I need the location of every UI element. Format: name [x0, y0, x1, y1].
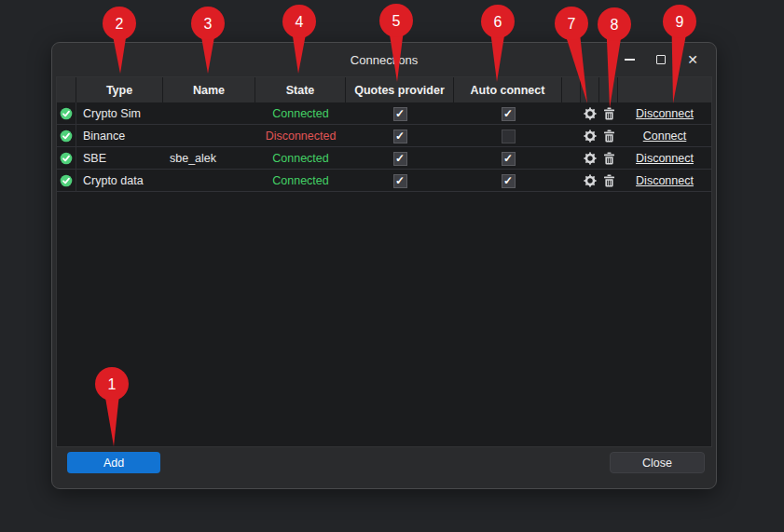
connection-name [163, 102, 255, 125]
connection-type: SBE [76, 147, 163, 170]
table-row: SBE sbe_alek Connected Disconnect [57, 147, 711, 170]
action-column-header [618, 77, 711, 102]
window-controls: ✕ [613, 43, 708, 76]
connection-name [163, 170, 255, 192]
svg-text:6: 6 [494, 14, 502, 30]
svg-text:5: 5 [392, 13, 401, 29]
connection-type: Crypto Sim [76, 102, 163, 125]
connections-table: Type Name State Quotes provider Auto con… [56, 76, 712, 447]
svg-text:4: 4 [296, 14, 304, 30]
close-dialog-button[interactable]: Close [610, 452, 705, 473]
title-bar[interactable]: Connections ✕ [52, 43, 716, 76]
add-button[interactable]: Add [67, 452, 160, 473]
svg-text:7: 7 [568, 16, 576, 32]
auto-connect-checkbox[interactable] [502, 130, 516, 143]
auto-connect-column-header: Auto connect [454, 77, 562, 102]
spacer-column-header [562, 77, 581, 102]
table-header-row: Type Name State Quotes provider Auto con… [57, 77, 711, 102]
delete-trash-icon[interactable] [599, 125, 618, 147]
svg-text:2: 2 [116, 16, 124, 32]
delete-column-header [599, 77, 618, 102]
connection-action-link[interactable]: Disconnect [636, 174, 694, 187]
connection-action-link[interactable]: Disconnect [636, 107, 694, 120]
settings-gear-icon[interactable] [581, 125, 599, 147]
connection-state: Connected [255, 147, 346, 170]
status-ok-icon [60, 130, 73, 143]
delete-trash-icon[interactable] [599, 170, 618, 192]
connection-action-link[interactable]: Disconnect [636, 152, 694, 165]
type-column-header: Type [76, 77, 163, 102]
delete-trash-icon[interactable] [599, 147, 618, 170]
maximize-button[interactable] [645, 46, 677, 74]
settings-gear-icon[interactable] [581, 102, 599, 125]
connection-action-link[interactable]: Connect [643, 130, 687, 143]
quotes-provider-checkbox[interactable] [393, 107, 407, 121]
auto-connect-checkbox[interactable] [502, 174, 516, 188]
connection-name: sbe_alek [163, 147, 255, 170]
connection-type: Binance [76, 125, 163, 147]
quotes-provider-checkbox[interactable] [393, 130, 407, 143]
name-column-header: Name [163, 77, 255, 102]
connection-type: Crypto data [76, 170, 163, 192]
quotes-provider-column-header: Quotes provider [346, 77, 454, 102]
settings-gear-icon[interactable] [581, 170, 599, 192]
status-ok-icon [60, 174, 73, 187]
quotes-provider-checkbox[interactable] [393, 152, 407, 166]
svg-text:8: 8 [611, 17, 619, 33]
minimize-button[interactable] [613, 46, 645, 74]
settings-gear-icon[interactable] [581, 147, 599, 170]
connection-state: Connected [255, 170, 346, 192]
state-column-header: State [255, 77, 346, 102]
minimize-icon [625, 59, 635, 61]
status-ok-icon [60, 152, 73, 165]
maximize-icon [656, 55, 666, 64]
connections-dialog: Connections ✕ Type Name State Quotes pro… [51, 42, 717, 489]
svg-text:9: 9 [676, 14, 684, 30]
table-row: Binance Disconnected Connect [57, 125, 711, 147]
auto-connect-checkbox[interactable] [502, 107, 516, 121]
delete-trash-icon[interactable] [599, 102, 618, 125]
status-ok-icon [60, 107, 73, 120]
table-row: Crypto Sim Connected Disconnect [57, 102, 711, 125]
close-button[interactable]: ✕ [677, 46, 708, 74]
quotes-provider-checkbox[interactable] [393, 174, 407, 188]
auto-connect-checkbox[interactable] [502, 152, 516, 166]
connection-name [163, 125, 255, 147]
connection-state: Disconnected [255, 125, 346, 147]
table-row: Crypto data Connected Disconnect [57, 170, 711, 192]
svg-text:3: 3 [204, 16, 213, 32]
settings-column-header [581, 77, 599, 102]
status-column-header [57, 77, 76, 102]
connection-state: Connected [255, 102, 346, 125]
